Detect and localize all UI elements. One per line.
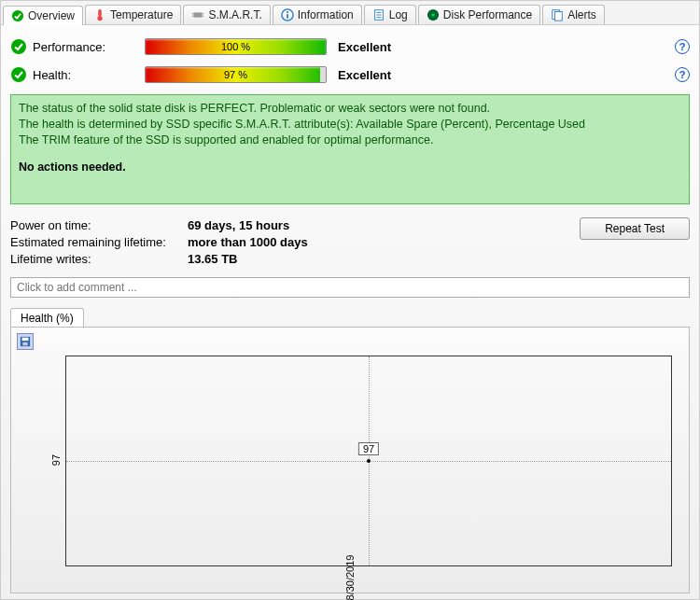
health-label: Health:	[33, 68, 145, 82]
health-bar: 97 %	[145, 66, 327, 83]
chart-tab-health[interactable]: Health (%)	[10, 308, 84, 328]
performance-label: Performance:	[33, 40, 145, 54]
status-box: The status of the solid state disk is PE…	[10, 94, 690, 204]
tab-label: Alerts	[567, 8, 596, 21]
svg-rect-6	[203, 13, 204, 14]
tab-label: Log	[389, 8, 408, 21]
log-icon	[372, 8, 385, 21]
chart-area: 97 97 8/30/2019	[10, 327, 690, 593]
save-icon[interactable]	[17, 333, 34, 350]
lifetime-label: Estimated remaining lifetime:	[10, 234, 188, 251]
svg-rect-4	[192, 13, 194, 14]
tab-alerts[interactable]: Alerts	[542, 5, 605, 24]
health-status: Excellent	[338, 68, 391, 82]
tab-smart[interactable]: S.M.A.R.T.	[183, 5, 270, 24]
alert-icon	[551, 8, 564, 21]
svg-point-2	[97, 16, 102, 21]
power-on-value: 69 days, 15 hours	[188, 217, 308, 234]
chart-plot: 97	[65, 356, 672, 566]
status-action: No actions needed.	[19, 160, 681, 175]
svg-rect-5	[192, 16, 194, 17]
svg-point-19	[11, 39, 26, 54]
svg-rect-22	[22, 338, 29, 341]
tab-label: Disk Performance	[443, 8, 532, 21]
disk-icon	[427, 8, 440, 21]
tab-disk-performance[interactable]: Disk Performance	[418, 5, 540, 24]
tab-temperature[interactable]: Temperature	[85, 5, 181, 24]
tab-log[interactable]: Log	[364, 5, 416, 24]
help-icon[interactable]: ?	[675, 67, 690, 82]
svg-rect-1	[98, 9, 102, 17]
tab-bar: Overview Temperature S.M.A.R.T. Informat…	[1, 1, 699, 25]
status-line: The health is determined by SSD specific…	[19, 117, 681, 133]
data-point-label: 97	[358, 442, 379, 455]
tab-overview[interactable]: Overview	[3, 6, 83, 25]
status-line: The status of the solid state disk is PE…	[19, 101, 681, 117]
tab-label: S.M.A.R.T.	[208, 8, 261, 21]
svg-point-9	[287, 11, 288, 13]
info-icon	[281, 8, 294, 21]
svg-rect-18	[555, 12, 563, 21]
y-axis-label: 97	[50, 454, 62, 466]
tab-label: Overview	[28, 9, 75, 22]
svg-point-0	[12, 10, 23, 21]
thermometer-icon	[93, 8, 106, 21]
chip-icon	[191, 8, 204, 21]
svg-rect-7	[203, 16, 204, 17]
stats-block: Power on time: Estimated remaining lifet…	[10, 217, 690, 269]
status-line: The TRIM feature of the SSD is supported…	[19, 133, 681, 148]
svg-point-16	[431, 13, 435, 17]
comment-input[interactable]	[10, 277, 690, 298]
tab-label: Temperature	[110, 8, 173, 21]
writes-label: Lifetime writes:	[10, 251, 188, 268]
health-row: Health: 97 % Excellent ?	[10, 66, 690, 83]
performance-bar: 100 %	[145, 38, 327, 55]
power-on-label: Power on time:	[10, 217, 188, 234]
svg-rect-3	[194, 12, 203, 17]
writes-value: 13.65 TB	[188, 251, 308, 268]
check-circle-icon	[10, 38, 27, 55]
help-icon[interactable]: ?	[675, 39, 690, 54]
performance-row: Performance: 100 % Excellent ?	[10, 38, 690, 55]
check-circle-icon	[11, 9, 24, 22]
health-percent: 97 %	[224, 69, 247, 80]
repeat-test-button[interactable]: Repeat Test	[580, 217, 690, 240]
performance-percent: 100 %	[221, 41, 250, 52]
tab-label: Information	[298, 8, 354, 21]
data-point	[367, 459, 371, 463]
performance-status: Excellent	[338, 40, 391, 54]
svg-point-20	[11, 67, 26, 82]
svg-rect-23	[22, 342, 27, 345]
svg-rect-10	[287, 14, 288, 18]
check-circle-icon	[10, 66, 27, 83]
tab-information[interactable]: Information	[273, 5, 362, 24]
lifetime-value: more than 1000 days	[188, 234, 308, 251]
x-axis-label: 8/30/2019	[344, 555, 356, 600]
